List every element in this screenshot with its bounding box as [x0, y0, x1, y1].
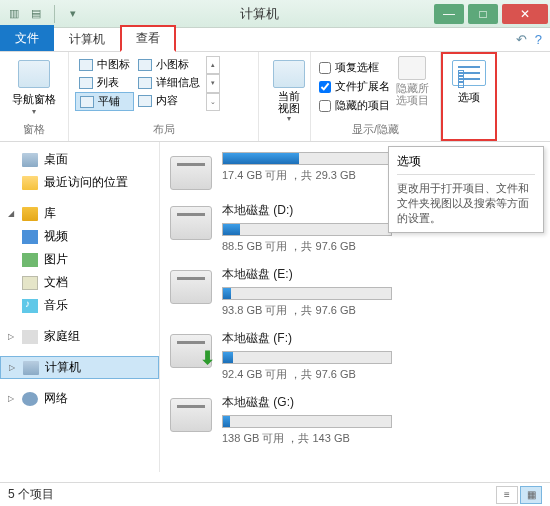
drive-icon: [170, 206, 212, 240]
drive-icon: [170, 398, 212, 432]
drive-icon: [170, 156, 212, 190]
navigation-pane-button[interactable]: 导航窗格 ▾: [6, 56, 62, 116]
help-icon[interactable]: ?: [535, 32, 542, 47]
options-icon: [452, 60, 486, 86]
drive-free-text: 92.4 GB 可用 ，共 97.6 GB: [222, 367, 540, 382]
drive-item[interactable]: 本地磁盘 (E:)93.8 GB 可用 ，共 97.6 GB: [160, 260, 550, 324]
sidebar-item-videos[interactable]: 视频: [0, 225, 159, 248]
quick-access-toolbar: ▥ ▤ ▾: [0, 5, 87, 23]
hide-selected-button[interactable]: 隐藏所 选项目: [392, 56, 432, 113]
drive-free-text: 88.5 GB 可用 ，共 97.6 GB: [222, 239, 540, 254]
navigation-pane-label: 导航窗格: [12, 92, 56, 107]
titlebar: ▥ ▤ ▾ 计算机 — □ ✕: [0, 0, 550, 28]
sidebar-header-computer[interactable]: 计算机: [0, 356, 159, 379]
layout-small-icons[interactable]: 小图标: [134, 56, 204, 73]
sidebar-item-desktop[interactable]: 桌面: [0, 148, 159, 171]
ribbon-tabs: 文件 计算机 查看 ↶ ?: [0, 28, 550, 52]
drive-icon: [170, 334, 212, 368]
drive-name: 本地磁盘 (F:): [222, 330, 540, 347]
drive-free-text: 138 GB 可用 ，共 143 GB: [222, 431, 540, 446]
group-show-hide-label: 显示/隐藏: [317, 120, 434, 137]
sidebar-item-pictures[interactable]: 图片: [0, 248, 159, 271]
current-view-icon: [273, 60, 305, 88]
current-view-button[interactable]: 当前 视图 ▾: [265, 56, 313, 123]
app-icon: ▥: [6, 6, 22, 22]
chevron-down-icon: ▾: [32, 107, 36, 116]
hide-selected-icon: [398, 56, 426, 80]
qat-dropdown-icon[interactable]: ▾: [65, 6, 81, 22]
options-label: 选项: [458, 90, 480, 105]
drive-capacity-bar: [222, 152, 392, 165]
maximize-button[interactable]: □: [468, 4, 498, 24]
minimize-button[interactable]: —: [434, 4, 464, 24]
navigation-sidebar: 桌面 最近访问的位置 库 视频 图片 文档 音乐 家庭组 计算机 网络: [0, 142, 160, 472]
drive-item[interactable]: 本地磁盘 (F:)92.4 GB 可用 ，共 97.6 GB: [160, 324, 550, 388]
sidebar-header-network[interactable]: 网络: [0, 387, 159, 410]
drive-capacity-bar: [222, 287, 392, 300]
layout-gallery-scroll[interactable]: ▴▾⌄: [206, 56, 220, 111]
check-hidden-items[interactable]: 隐藏的项目: [319, 98, 390, 113]
view-tiles-icon[interactable]: ▦: [520, 486, 542, 504]
ribbon: 导航窗格 ▾ 窗格 中图标 列表 平铺 小图标 详细信息 内容 ▴▾⌄ 布局 当…: [0, 52, 550, 142]
check-file-extensions[interactable]: 文件扩展名: [319, 79, 390, 94]
tooltip-title: 选项: [397, 153, 535, 175]
close-button[interactable]: ✕: [502, 4, 548, 24]
layout-details[interactable]: 详细信息: [134, 74, 204, 91]
layout-tiles[interactable]: 平铺: [75, 92, 134, 111]
drive-name: 本地磁盘 (G:): [222, 394, 540, 411]
check-item-checkboxes[interactable]: 项复选框: [319, 60, 390, 75]
tab-computer[interactable]: 计算机: [54, 27, 120, 51]
tab-file[interactable]: 文件: [0, 25, 54, 51]
group-panes: 导航窗格 ▾ 窗格: [0, 52, 69, 141]
drive-capacity-bar: [222, 223, 392, 236]
status-bar: 5 个项目 ≡ ▦: [0, 482, 550, 506]
drive-capacity-bar: [222, 415, 392, 428]
layout-list[interactable]: 列表: [75, 74, 134, 91]
tab-view[interactable]: 查看: [120, 25, 176, 52]
group-show-hide: 项复选框 文件扩展名 隐藏的项目 隐藏所 选项目 显示/隐藏: [311, 52, 441, 141]
sidebar-item-documents[interactable]: 文档: [0, 271, 159, 294]
drive-capacity-bar: [222, 351, 392, 364]
current-view-label: 当前 视图: [278, 90, 300, 114]
item-count: 5 个项目: [8, 486, 54, 503]
sidebar-item-recent[interactable]: 最近访问的位置: [0, 171, 159, 194]
sidebar-header-libraries[interactable]: 库: [0, 202, 159, 225]
layout-content[interactable]: 内容: [134, 92, 204, 109]
group-layout: 中图标 列表 平铺 小图标 详细信息 内容 ▴▾⌄ 布局: [69, 52, 259, 141]
chevron-down-icon: ▾: [287, 114, 291, 123]
options-tooltip: 选项 更改用于打开项目、文件和文件夹视图以及搜索等方面的设置。: [388, 146, 544, 233]
hide-selected-label: 隐藏所 选项目: [396, 82, 429, 106]
drive-item[interactable]: 本地磁盘 (G:)138 GB 可用 ，共 143 GB: [160, 388, 550, 452]
minimize-ribbon-icon[interactable]: ↶: [516, 32, 527, 47]
drive-name: 本地磁盘 (E:): [222, 266, 540, 283]
group-current-view: 当前 视图 ▾: [259, 52, 311, 141]
group-panes-label: 窗格: [6, 120, 62, 137]
drive-free-text: 93.8 GB 可用 ，共 97.6 GB: [222, 303, 540, 318]
window-title: 计算机: [87, 5, 432, 23]
drive-icon: [170, 270, 212, 304]
navigation-pane-icon: [18, 60, 50, 88]
tooltip-body: 更改用于打开项目、文件和文件夹视图以及搜索等方面的设置。: [397, 181, 535, 226]
group-layout-label: 布局: [75, 120, 252, 137]
properties-icon[interactable]: ▤: [28, 6, 44, 22]
sidebar-header-homegroup[interactable]: 家庭组: [0, 325, 159, 348]
sidebar-item-music[interactable]: 音乐: [0, 294, 159, 317]
layout-medium-icons[interactable]: 中图标: [75, 56, 134, 73]
view-details-icon[interactable]: ≡: [496, 486, 518, 504]
options-button[interactable]: 选项: [441, 52, 497, 141]
